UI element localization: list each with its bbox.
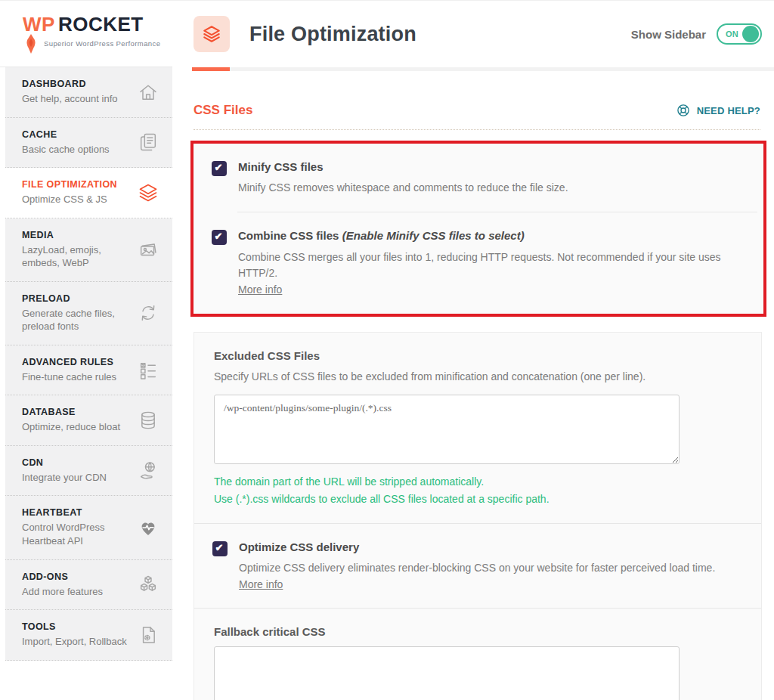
file-optimization-icon-badge — [194, 16, 230, 52]
optimize-css-delivery-description-text: Optimize CSS delivery eliminates render-… — [239, 562, 715, 574]
lifebuoy-icon — [676, 103, 691, 118]
combine-css-checkbox[interactable] — [212, 230, 227, 245]
toggle-knob — [742, 26, 759, 42]
heartbeat-icon — [138, 517, 159, 538]
excluded-css-textarea[interactable] — [214, 395, 680, 464]
css-files-heading: CSS Files — [194, 103, 252, 118]
sidebar-item-desc: Integrate your CDN — [22, 471, 135, 485]
fallback-critical-css-textarea[interactable] — [214, 646, 680, 700]
combine-css-label-note: (Enable Minify CSS files to select) — [342, 229, 525, 242]
tab-underline — [192, 67, 774, 71]
sidebar-item-label: DATABASE — [22, 407, 135, 417]
sidebar-item-label: PRELOAD — [22, 293, 135, 304]
combine-css-label: Combine CSS files — [238, 229, 339, 242]
home-icon — [138, 82, 159, 103]
sidebar-item-label: CACHE — [22, 129, 135, 140]
minify-css-checkbox[interactable] — [212, 161, 227, 176]
layers-icon — [138, 182, 159, 203]
logo-text: WPROCKET — [23, 13, 172, 36]
sidebar-item-label: ADD-ONS — [22, 571, 135, 582]
sidebar-item-dashboard[interactable]: DASHBOARD Get help, account info — [5, 67, 172, 118]
optimize-css-delivery-label: Optimize CSS delivery — [239, 540, 741, 553]
logo-tagline: Superior WordPress Performance — [44, 39, 172, 48]
optimize-css-delivery-setting: Optimize CSS delivery Optimize CSS deliv… — [194, 524, 761, 608]
fallback-critical-css-label: Fallback critical CSS — [214, 625, 741, 638]
sidebar-item-preload[interactable]: PRELOAD Generate cache files, preload fo… — [5, 282, 172, 345]
combine-more-info-link[interactable]: More info — [238, 283, 282, 296]
minify-combine-fieldset: Minify CSS files Minify CSS removes whit… — [194, 144, 763, 314]
minify-css-label: Minify CSS files — [238, 160, 568, 173]
addons-icon — [138, 574, 159, 595]
sidebar-item-desc: Fine-tune cache rules — [22, 370, 135, 384]
database-icon — [138, 410, 159, 431]
minify-css-setting: Minify CSS files Minify CSS removes whit… — [194, 144, 763, 212]
sidebar-item-cdn[interactable]: CDN Integrate your CDN — [5, 446, 172, 497]
need-help-link[interactable]: NEED HELP? — [676, 103, 760, 118]
sidebar: WPROCKET Superior WordPress Performance … — [0, 1, 172, 700]
show-sidebar-toggle[interactable]: ON — [717, 23, 762, 45]
combine-css-description: Combine CSS merges all your files into 1… — [238, 249, 744, 299]
page-header: File Optimization Show Sidebar ON — [172, 1, 774, 67]
sidebar-item-desc: Generate cache files, preload fonts — [22, 307, 135, 333]
excluded-help-line1: The domain part of the URL will be strip… — [214, 475, 484, 488]
sidebar-item-cache[interactable]: CACHE Basic cache options — [5, 118, 172, 169]
excluded-css-setting: Excluded CSS Files Specify URLs of CSS f… — [194, 333, 761, 523]
wp-rocket-logo: WPROCKET Superior WordPress Performance — [0, 1, 172, 67]
logo-rocket: ROCKET — [58, 13, 144, 36]
sidebar-item-heartbeat[interactable]: HEARTBEAT Control WordPress Heartbeat AP… — [5, 496, 172, 559]
sidebar-item-desc: LazyLoad, emojis, embeds, WebP — [22, 243, 135, 270]
excluded-css-help: The domain part of the URL will be strip… — [214, 473, 741, 508]
cdn-icon — [138, 460, 159, 482]
optimize-css-delivery-description: Optimize CSS delivery eliminates render-… — [239, 560, 741, 593]
excluded-css-description: Specify URLs of CSS files to be excluded… — [214, 369, 741, 385]
minify-css-description: Minify CSS removes whitespace and commen… — [238, 180, 568, 197]
sidebar-item-desc: Basic cache options — [22, 143, 135, 156]
page-title: File Optimization — [249, 23, 416, 46]
sidebar-item-database[interactable]: DATABASE Optimize, reduce bloat — [5, 395, 172, 446]
fallback-critical-css-setting: Fallback critical CSS Provides a fallbac… — [194, 609, 761, 700]
active-tab-indicator — [192, 67, 230, 71]
sidebar-item-advanced-rules[interactable]: ADVANCED RULES Fine-tune cache rules — [5, 345, 172, 396]
sidebar-item-label: ADVANCED RULES — [22, 357, 135, 367]
pages-icon — [138, 132, 159, 153]
checklist-icon — [138, 360, 159, 381]
show-sidebar-label: Show Sidebar — [631, 28, 706, 41]
sidebar-item-desc: Add more features — [22, 585, 135, 599]
sidebar-item-desc: Optimize, reduce bloat — [22, 420, 135, 434]
combine-css-description-text: Combine CSS merges all your files into 1… — [238, 251, 721, 280]
combine-css-setting: Combine CSS files (Enable Minify CSS fil… — [194, 212, 763, 314]
sidebar-item-label: TOOLS — [22, 621, 135, 632]
toggle-on-label: ON — [726, 29, 738, 39]
sidebar-item-media[interactable]: MEDIA LazyLoad, emojis, embeds, WebP — [5, 218, 172, 282]
rocket-flame-icon — [26, 34, 36, 57]
sidebar-item-desc: Get help, account info — [22, 92, 135, 106]
excluded-css-label: Excluded CSS Files — [214, 349, 741, 362]
optimize-css-delivery-checkbox[interactable] — [212, 541, 228, 556]
css-advanced-fieldset: Excluded CSS Files Specify URLs of CSS f… — [194, 332, 762, 700]
media-icon — [138, 239, 159, 260]
sidebar-item-file-optimization[interactable]: FILE OPTIMIZATION Optimize CSS & JS — [5, 168, 172, 218]
layers-icon — [202, 24, 221, 44]
section-separator — [194, 129, 760, 130]
need-help-label: NEED HELP? — [697, 105, 760, 116]
sidebar-menu: DASHBOARD Get help, account info CACHE B… — [5, 67, 172, 661]
sidebar-item-desc: Import, Export, Rollback — [22, 635, 135, 649]
sidebar-item-label: MEDIA — [22, 230, 135, 240]
excluded-help-line2: Use (.*).css wildcards to exclude all CS… — [214, 493, 550, 505]
logo-wp: WP — [23, 13, 55, 36]
red-annotation-box: Minify CSS files Minify CSS removes whit… — [190, 141, 766, 317]
main-content: File Optimization Show Sidebar ON CSS Fi… — [172, 1, 774, 700]
sidebar-item-desc: Optimize CSS & JS — [22, 193, 135, 206]
sidebar-item-label: FILE OPTIMIZATION — [22, 179, 135, 190]
refresh-icon — [138, 302, 159, 324]
sidebar-item-label: CDN — [22, 457, 135, 468]
sidebar-item-add-ons[interactable]: ADD-ONS Add more features — [5, 560, 172, 611]
sidebar-item-label: DASHBOARD — [22, 79, 135, 89]
tools-icon — [138, 624, 159, 646]
wp-rocket-settings-page: WPROCKET Superior WordPress Performance … — [0, 0, 774, 700]
delivery-more-info-link[interactable]: More info — [239, 578, 283, 590]
sidebar-item-desc: Control WordPress Heartbeat API — [22, 521, 135, 547]
sidebar-item-label: HEARTBEAT — [22, 507, 135, 518]
sidebar-item-tools[interactable]: TOOLS Import, Export, Rollback — [5, 610, 172, 661]
